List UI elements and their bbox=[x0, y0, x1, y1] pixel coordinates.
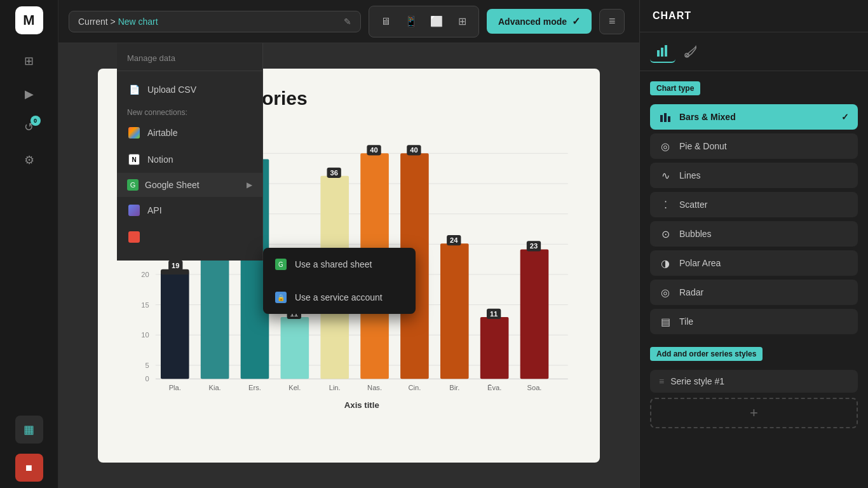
svg-text:Nas.: Nas. bbox=[367, 384, 382, 391]
chart-type-list: Bars & Mixed ✓ ◎ Pie & Donut ∿ Lines ⁚ S… bbox=[650, 104, 858, 334]
svg-rect-67 bbox=[668, 116, 670, 122]
serie-style-1[interactable]: ≡ Serie style #1 bbox=[650, 370, 858, 393]
chart-type-scatter[interactable]: ⁚ Scatter bbox=[650, 192, 858, 217]
manage-data-airtable[interactable]: Airtable bbox=[117, 119, 262, 146]
scatter-label: Scatter bbox=[679, 200, 707, 210]
sidebar-icon-settings[interactable]: ⚙ bbox=[15, 146, 43, 174]
breadcrumb-box[interactable]: Current > New chart ✎ bbox=[69, 11, 361, 32]
serie-style-1-label: Serie style #1 bbox=[670, 376, 724, 386]
menu-button[interactable]: ≡ bbox=[599, 9, 625, 34]
chart-type-pie-donut[interactable]: ◎ Pie & Donut bbox=[650, 133, 858, 159]
manage-data-unknown[interactable] bbox=[117, 224, 262, 250]
svg-rect-47 bbox=[520, 249, 549, 379]
pie-donut-label: Pie & Donut bbox=[679, 141, 727, 151]
google-sheet-label: Google Sheet bbox=[145, 180, 200, 190]
series-section-label: Add and order series styles bbox=[650, 347, 763, 361]
advanced-mode-check-icon: ✓ bbox=[572, 15, 580, 27]
chart-type-tile[interactable]: ▤ Tile bbox=[650, 309, 858, 334]
svg-text:Kel.: Kel. bbox=[288, 384, 301, 391]
chart-type-radar[interactable]: ◎ Radar bbox=[650, 280, 858, 305]
sidebar-icon-red[interactable]: ■ bbox=[15, 454, 43, 482]
use-service-account-item[interactable]: 🔒 Use a service account bbox=[263, 281, 416, 314]
app-logo[interactable]: M bbox=[15, 6, 43, 34]
airtable-icon bbox=[127, 126, 141, 140]
history-badge: 0 bbox=[31, 116, 41, 126]
google-sheet-chevron-icon: ▶ bbox=[247, 180, 252, 189]
manage-data-api[interactable]: API bbox=[117, 197, 262, 224]
svg-rect-63 bbox=[665, 45, 667, 57]
chart-type-lines[interactable]: ∿ Lines bbox=[650, 163, 858, 188]
sidebar-icon-chart[interactable]: ▦ bbox=[15, 416, 43, 444]
manage-data-notion[interactable]: N Notion bbox=[117, 146, 262, 173]
right-panel: CHART Chart type Bars & Mixed ✓ ◎ Pie & … bbox=[639, 0, 868, 488]
svg-rect-65 bbox=[660, 115, 663, 122]
manage-data-google-sheet[interactable]: G Google Sheet ▶ bbox=[117, 173, 262, 197]
left-sidebar: M ⊞ ▶ ↺ 0 ⚙ ▦ ■ bbox=[0, 0, 58, 488]
breadcrumb: Current > New chart bbox=[78, 17, 158, 27]
add-serie-plus-icon: + bbox=[750, 405, 758, 421]
lines-icon: ∿ bbox=[659, 169, 672, 182]
svg-text:Pla.: Pla. bbox=[169, 384, 181, 391]
mobile-view-button[interactable]: 📱 bbox=[400, 10, 423, 33]
radar-icon: ◎ bbox=[659, 286, 672, 299]
main-area: Current > New chart ✎ 🖥 📱 ⬜ ⊞ Advanced m… bbox=[58, 0, 639, 488]
svg-text:Bir.: Bir. bbox=[449, 384, 459, 391]
svg-text:Cin.: Cin. bbox=[409, 384, 421, 391]
svg-text:Axis title: Axis title bbox=[344, 400, 379, 410]
chart-type-polar-area[interactable]: ◑ Polar Area bbox=[650, 250, 858, 276]
svg-text:Ēva.: Ēva. bbox=[487, 384, 501, 391]
svg-rect-29 bbox=[281, 317, 309, 379]
serie-handle-icon: ≡ bbox=[659, 376, 664, 386]
advanced-mode-button[interactable]: Advanced mode ✓ bbox=[487, 9, 592, 34]
svg-rect-61 bbox=[657, 50, 660, 57]
service-account-icon: 🔒 bbox=[273, 290, 288, 305]
svg-text:Kia.: Kia. bbox=[209, 384, 221, 391]
chart-type-bubbles[interactable]: ⊙ Bubbles bbox=[650, 221, 858, 247]
selected-check-icon: ✓ bbox=[841, 112, 849, 122]
manage-data-title: Manage data bbox=[117, 53, 262, 71]
svg-text:15: 15 bbox=[141, 301, 149, 309]
svg-text:10: 10 bbox=[141, 331, 149, 339]
svg-text:19: 19 bbox=[172, 262, 179, 269]
tab-style[interactable] bbox=[678, 40, 703, 63]
add-serie-button[interactable]: + bbox=[650, 398, 858, 428]
use-shared-sheet-label: Use a shared sheet bbox=[295, 259, 372, 269]
manage-data-panel: Manage data 📄 Upload CSV New connections… bbox=[117, 43, 263, 261]
tablet-view-button[interactable]: ⬜ bbox=[425, 10, 448, 33]
svg-text:20: 20 bbox=[141, 271, 149, 278]
right-panel-title: CHART bbox=[653, 10, 691, 22]
upload-csv-label: Upload CSV bbox=[147, 85, 196, 95]
svg-text:40: 40 bbox=[370, 146, 377, 154]
chart-type-bars-mixed[interactable]: Bars & Mixed ✓ bbox=[650, 104, 858, 130]
notion-icon: N bbox=[127, 152, 141, 166]
scatter-icon: ⁚ bbox=[659, 198, 672, 211]
bubbles-icon: ⊙ bbox=[659, 227, 672, 240]
use-shared-sheet-item[interactable]: G Use a shared sheet bbox=[263, 248, 416, 281]
sidebar-icon-layers[interactable]: ⊞ bbox=[15, 47, 43, 75]
api-icon bbox=[127, 203, 141, 217]
api-label: API bbox=[147, 205, 162, 215]
svg-text:36: 36 bbox=[330, 169, 337, 177]
svg-text:24: 24 bbox=[450, 236, 458, 244]
svg-text:23: 23 bbox=[530, 242, 538, 250]
right-panel-header: CHART bbox=[640, 0, 868, 32]
svg-text:40: 40 bbox=[410, 146, 417, 154]
add-view-button[interactable]: ⊞ bbox=[451, 10, 473, 33]
sidebar-icon-play[interactable]: ▶ bbox=[15, 80, 43, 108]
tile-label: Tile bbox=[679, 316, 693, 327]
svg-text:0: 0 bbox=[145, 375, 149, 383]
tile-icon: ▤ bbox=[659, 315, 672, 328]
brush-icon bbox=[684, 44, 698, 58]
svg-rect-44 bbox=[480, 317, 509, 379]
tab-chart[interactable] bbox=[650, 40, 675, 63]
new-connections-label: New connections: bbox=[117, 103, 262, 119]
svg-rect-18 bbox=[161, 272, 189, 379]
svg-text:11: 11 bbox=[490, 310, 498, 318]
edit-icon[interactable]: ✎ bbox=[344, 17, 351, 27]
sidebar-icon-history[interactable]: ↺ 0 bbox=[15, 113, 43, 141]
use-service-account-label: Use a service account bbox=[295, 292, 383, 302]
bars-mixed-icon bbox=[659, 111, 672, 123]
svg-text:Lin.: Lin. bbox=[329, 384, 341, 391]
desktop-view-button[interactable]: 🖥 bbox=[374, 10, 397, 33]
manage-data-upload-csv[interactable]: 📄 Upload CSV bbox=[117, 76, 262, 103]
